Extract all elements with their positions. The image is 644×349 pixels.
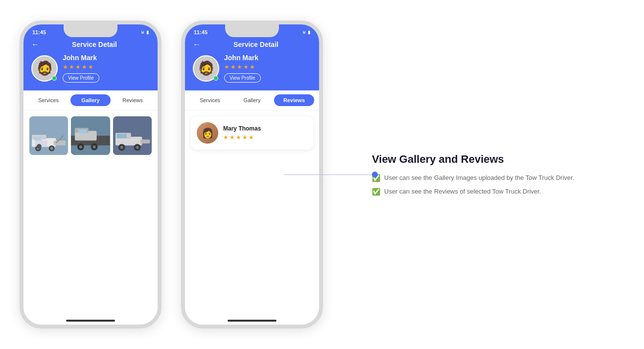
star-5: ★	[88, 64, 93, 70]
notch-2	[225, 24, 279, 37]
tab-services-1[interactable]: Services	[28, 94, 69, 106]
tab-reviews-2[interactable]: Reviews	[274, 94, 314, 106]
reviewer-star-4: ★	[242, 134, 248, 141]
svg-point-19	[93, 145, 96, 148]
profile-info-1: John Mark ★ ★ ★ ★ ★ View Profile	[63, 54, 99, 83]
battery-icon-1: ▮	[146, 30, 149, 35]
feature-point-2: ✅ User can see the Reviews of selected T…	[372, 187, 624, 196]
avatar-1: 🧔	[31, 55, 58, 82]
reviewer-star-3: ★	[236, 134, 241, 141]
avatar-2: 🧔	[193, 55, 219, 82]
phone-mockup-1: 11:45 ⊍ ▮ ← Service Detail 🧔 John	[20, 21, 161, 328]
svg-point-11	[37, 144, 42, 149]
rating-stars-1: ★ ★ ★ ★ ★	[63, 64, 99, 70]
status-time-2: 11:45	[194, 29, 207, 35]
main-container: 11:45 ⊍ ▮ ← Service Detail 🧔 John	[0, 0, 644, 349]
tab-gallery-1[interactable]: Gallery	[70, 94, 111, 106]
feature-text-1: User can see the Gallery Images uploaded…	[384, 174, 575, 182]
notch-1	[64, 24, 117, 37]
svg-rect-28	[140, 140, 150, 144]
reviewer-star-2: ★	[230, 134, 235, 141]
svg-point-6	[50, 147, 53, 150]
rating-stars-2: ★ ★ ★ ★ ★	[224, 64, 261, 70]
gallery-item-1[interactable]	[29, 116, 68, 155]
reviewer-stars: ★ ★ ★ ★ ★	[223, 134, 261, 141]
view-profile-button-2[interactable]: View Profile	[224, 73, 261, 83]
reviewer-avatar: 👩	[197, 122, 218, 144]
gallery-item-2[interactable]	[71, 116, 110, 155]
view-profile-button-1[interactable]: View Profile	[63, 73, 99, 83]
star-3: ★	[75, 64, 81, 70]
wifi-icon-2: ⊍	[302, 30, 306, 35]
header-nav-2: ← Service Detail	[193, 40, 311, 49]
svg-rect-20	[78, 130, 87, 133]
home-bar-2	[228, 320, 276, 322]
right-panel: View Gallery and Reviews ✅ User can see …	[343, 153, 624, 196]
star-p2-5: ★	[250, 64, 255, 70]
profile-row-2: 🧔 John Mark ★ ★ ★ ★ ★ View Profile	[193, 54, 311, 83]
star-1: ★	[63, 64, 68, 70]
star-p2-3: ★	[237, 64, 242, 70]
feature-point-1: ✅ User can see the Gallery Images upload…	[372, 174, 624, 182]
reviewer-star-5: ★	[249, 134, 254, 141]
star-p2-4: ★	[243, 64, 249, 70]
status-time-1: 11:45	[32, 29, 46, 35]
user-face-2: 🧔	[198, 60, 215, 76]
home-indicator-2	[185, 316, 319, 325]
tabs-container-1: Services Gallery Reviews	[23, 90, 158, 110]
svg-point-27	[136, 146, 138, 149]
reviewer-star-1: ★	[223, 134, 229, 141]
online-indicator-2	[213, 76, 218, 81]
feature-title: View Gallery and Reviews	[372, 153, 624, 166]
back-button-2[interactable]: ←	[193, 40, 201, 49]
phone-header-2: ← Service Detail 🧔 John Mark ★ ★ ★ ★	[185, 37, 319, 90]
profile-name-2: John Mark	[224, 54, 261, 62]
tab-gallery-2[interactable]: Gallery	[232, 94, 272, 106]
user-face-1: 🧔	[36, 60, 53, 76]
header-nav-1: ← Service Detail	[31, 40, 150, 49]
connector-dot	[372, 172, 378, 177]
page-title-1: Service Detail	[39, 41, 150, 48]
star-p2-2: ★	[230, 64, 236, 70]
feature-points: ✅ User can see the Gallery Images upload…	[372, 174, 624, 196]
gallery-item-3[interactable]	[113, 116, 152, 155]
status-icons-2: ⊍ ▮	[302, 30, 310, 35]
back-button-1[interactable]: ←	[31, 40, 39, 49]
page-title-2: Service Detail	[201, 41, 311, 48]
star-p2-1: ★	[224, 64, 230, 70]
reviewer-face: 👩	[202, 127, 214, 139]
tabs-container-2: Services Gallery Reviews	[185, 90, 319, 110]
phone-header-1: ← Service Detail 🧔 John Mark ★ ★ ★ ★	[23, 37, 158, 90]
review-card: 👩 Mary Thomas ★ ★ ★ ★ ★	[191, 116, 313, 150]
feature-text-2: User can see the Reviews of selected Tow…	[384, 187, 541, 196]
svg-point-17	[79, 145, 82, 148]
svg-rect-7	[54, 141, 66, 146]
profile-info-2: John Mark ★ ★ ★ ★ ★ View Profile	[224, 54, 261, 83]
gallery-grid	[23, 110, 158, 161]
connector-line	[284, 174, 372, 175]
battery-icon-2: ▮	[308, 30, 310, 35]
home-indicator-1	[23, 316, 158, 325]
reviewer-info: Mary Thomas ★ ★ ★ ★ ★	[223, 125, 261, 141]
tab-reviews-1[interactable]: Reviews	[113, 94, 153, 106]
profile-row-1: 🧔 John Mark ★ ★ ★ ★ ★ View Profile	[31, 54, 150, 83]
wifi-icon-1: ⊍	[141, 30, 144, 35]
check-icon-2: ✅	[372, 188, 380, 196]
connector	[284, 172, 378, 177]
reviewer-name: Mary Thomas	[223, 125, 261, 132]
tab-services-2[interactable]: Services	[190, 94, 230, 106]
svg-rect-29	[117, 134, 127, 138]
home-bar-1	[66, 320, 115, 322]
status-icons-1: ⊍ ▮	[141, 30, 149, 35]
phone-content-2: 👩 Mary Thomas ★ ★ ★ ★ ★	[185, 110, 319, 316]
svg-rect-8	[34, 137, 42, 141]
phone-content-1	[23, 110, 158, 316]
profile-name-1: John Mark	[63, 54, 99, 62]
star-2: ★	[69, 64, 74, 70]
star-4: ★	[82, 64, 87, 70]
svg-point-25	[120, 146, 123, 149]
online-indicator-1	[52, 76, 57, 81]
